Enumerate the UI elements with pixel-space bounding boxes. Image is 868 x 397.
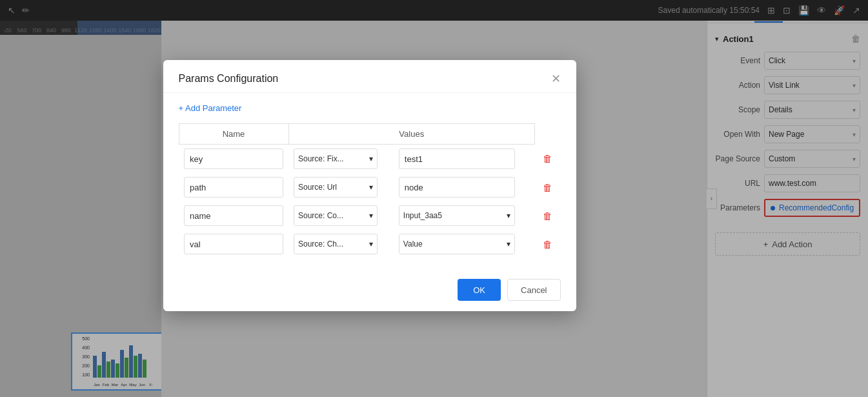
source-label: Source: Fix...: [298, 154, 344, 163]
modal-close-button[interactable]: ✕: [551, 73, 561, 85]
source-chevron-icon: ▾: [369, 154, 373, 163]
cancel-button[interactable]: Cancel: [507, 279, 560, 301]
param-value-cell: [394, 173, 535, 201]
value-label: Value: [403, 239, 423, 249]
delete-row-button[interactable]: 🗑: [540, 210, 556, 221]
param-value-cell: [394, 145, 535, 174]
params-table: Name Values Source: Fix...: [179, 123, 561, 258]
param-name-cell: [179, 201, 288, 230]
modal-footer: OK Cancel: [163, 269, 576, 311]
param-value-dropdown[interactable]: Input_3aa5 ▾: [399, 205, 515, 226]
param-name-cell: [179, 173, 288, 201]
param-source-select[interactable]: Source: Fix... ▾: [294, 148, 378, 169]
source-chevron-icon: ▾: [369, 239, 373, 249]
source-chevron-icon: ▾: [369, 183, 373, 192]
col-name-header: Name: [179, 124, 288, 145]
param-name-input[interactable]: [184, 148, 283, 169]
param-delete-cell: 🗑: [535, 145, 561, 174]
param-source-cell: Source: Ch... ▾: [288, 230, 394, 258]
param-delete-cell: 🗑: [535, 230, 561, 258]
table-row: Source: Co... ▾ Input_3aa5 ▾ 🗑: [179, 201, 561, 230]
param-name-input[interactable]: [184, 234, 283, 254]
col-values-header: Values: [288, 124, 535, 145]
param-source-cell: Source: Url ▾: [288, 173, 394, 201]
param-name-cell: [179, 230, 288, 258]
param-source-cell: Source: Co... ▾: [288, 201, 394, 230]
add-parameter-link[interactable]: + Add Parameter: [179, 103, 242, 113]
param-name-input[interactable]: [184, 177, 283, 198]
param-name-input[interactable]: [184, 205, 283, 226]
param-value-input[interactable]: [399, 148, 515, 169]
value-chevron-icon: ▾: [507, 239, 510, 249]
param-name-cell: [179, 145, 288, 174]
delete-row-button[interactable]: 🗑: [540, 153, 556, 164]
table-row: Source: Url ▾ 🗑: [179, 173, 561, 201]
col-delete-header: [535, 124, 561, 145]
param-source-select[interactable]: Source: Ch... ▾: [294, 234, 378, 254]
modal-body: + Add Parameter Name Values: [163, 93, 576, 269]
table-row: Source: Ch... ▾ Value ▾ 🗑: [179, 230, 561, 258]
param-delete-cell: 🗑: [535, 201, 561, 230]
param-value-dropdown[interactable]: Value ▾: [399, 234, 515, 254]
param-delete-cell: 🗑: [535, 173, 561, 201]
delete-row-button[interactable]: 🗑: [540, 239, 556, 250]
modal-overlay: Params Configuration ✕ + Add Parameter N…: [0, 0, 868, 397]
params-config-modal: Params Configuration ✕ + Add Parameter N…: [163, 60, 576, 311]
param-source-cell: Source: Fix... ▾: [288, 145, 394, 174]
ok-button[interactable]: OK: [458, 279, 501, 301]
param-source-select[interactable]: Source: Url ▾: [294, 177, 378, 198]
value-chevron-icon: ▾: [507, 211, 510, 220]
param-value-cell: Input_3aa5 ▾: [394, 201, 535, 230]
modal-header: Params Configuration ✕: [163, 60, 576, 93]
table-row: Source: Fix... ▾ 🗑: [179, 145, 561, 174]
source-chevron-icon: ▾: [369, 211, 373, 220]
param-source-select[interactable]: Source: Co... ▾: [294, 205, 378, 226]
source-label: Source: Ch...: [298, 239, 343, 249]
source-label: Source: Co...: [298, 211, 343, 220]
source-label: Source: Url: [298, 183, 337, 192]
param-value-input[interactable]: [399, 177, 515, 198]
modal-title: Params Configuration: [179, 73, 279, 85]
delete-row-button[interactable]: 🗑: [540, 182, 556, 193]
value-label: Input_3aa5: [403, 211, 442, 220]
param-value-cell: Value ▾: [394, 230, 535, 258]
